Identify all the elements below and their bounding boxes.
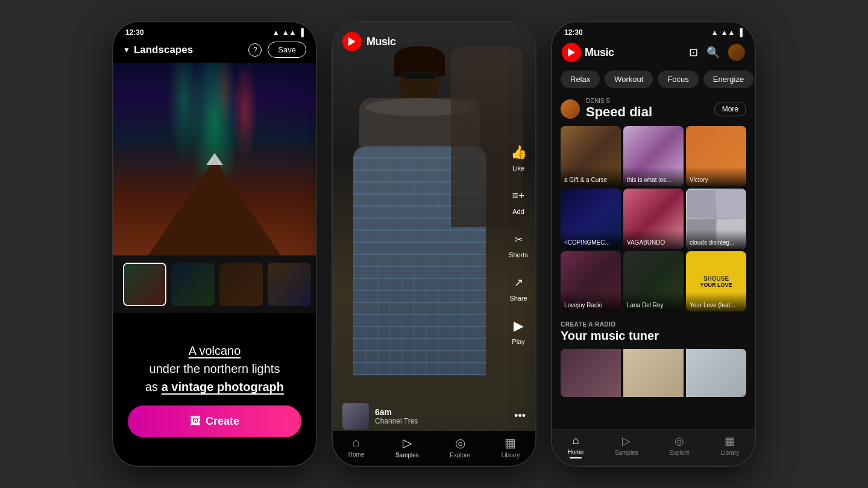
radio-thumb-1 bbox=[561, 349, 621, 397]
chip-focus[interactable]: Focus bbox=[658, 70, 698, 88]
add-action[interactable]: ≡+ Add bbox=[509, 186, 528, 215]
explore-icon: ◎ bbox=[455, 436, 465, 450]
sd-item-1[interactable]: a Gift & a Curse bbox=[561, 126, 621, 186]
create-label: Create bbox=[206, 415, 239, 428]
sd-item-4[interactable]: <COPINGMEC... bbox=[561, 189, 621, 249]
help-icon[interactable]: ? bbox=[248, 43, 262, 57]
thumbnail-2[interactable] bbox=[171, 263, 215, 306]
radio-thumb-3 bbox=[686, 349, 746, 397]
nav-explore-2[interactable]: ◎ Explore bbox=[450, 436, 470, 458]
prompt-line-1[interactable]: A volcano bbox=[189, 344, 241, 357]
video-player[interactable]: 👍 Like ≡+ Add ✂ Shorts ↗ Share bbox=[333, 22, 535, 466]
chip-relax[interactable]: Relax bbox=[561, 70, 600, 88]
home-icon-3: ⌂ bbox=[573, 434, 579, 447]
nav-explore-label-2: Explore bbox=[450, 452, 470, 458]
speed-dial-grid: a Gift & a Curse this is what los... Vic… bbox=[561, 126, 746, 311]
chevron-down-icon: ▼ bbox=[123, 46, 130, 54]
shorts-action[interactable]: ✂ Shorts bbox=[509, 230, 528, 258]
sd-label-2: this is what los... bbox=[623, 167, 684, 186]
sd-label-3: Victory bbox=[686, 167, 746, 186]
signal-icon: ▲▲ bbox=[282, 28, 297, 37]
play-icon: ▶ bbox=[509, 316, 528, 336]
user-avatar-3[interactable] bbox=[728, 44, 745, 61]
nav-library-3[interactable]: ▦ Library bbox=[721, 434, 740, 458]
image-create-icon: 🖼 bbox=[190, 415, 201, 428]
p2-bottom-nav: ⌂ Home ▷ Samples ◎ Explore ▦ Library bbox=[333, 431, 535, 466]
radio-thumbnails[interactable] bbox=[561, 349, 746, 397]
add-label: Add bbox=[512, 208, 524, 215]
track-title: 6am bbox=[375, 407, 418, 417]
chip-energize[interactable]: Energize bbox=[703, 70, 753, 88]
nav-samples-2[interactable]: ▷ Samples bbox=[395, 436, 419, 458]
video-actions: 👍 Like ≡+ Add ✂ Shorts ↗ Share bbox=[509, 143, 528, 345]
nav-home-3[interactable]: ⌂ Home bbox=[568, 434, 584, 458]
sd-label-7: Lovejoy Radio bbox=[561, 292, 621, 311]
sd-item-2[interactable]: this is what los... bbox=[623, 126, 684, 186]
battery-icon: ▐ bbox=[298, 28, 304, 37]
sd-item-5[interactable]: VAGABUNDO bbox=[623, 189, 684, 249]
prompt-line-2[interactable]: under the northern lights bbox=[149, 362, 280, 375]
prompt-as[interactable]: as bbox=[145, 380, 158, 393]
play-action[interactable]: ▶ Play bbox=[509, 316, 528, 345]
category-label: Landscapes bbox=[134, 44, 193, 56]
nav-home-2[interactable]: ⌂ Home bbox=[348, 436, 365, 458]
p3-scroll-area[interactable]: DENIS S Speed dial More a Gift & a Curse bbox=[552, 94, 755, 429]
section-title-speed-dial: Speed dial bbox=[586, 104, 708, 120]
track-text-block: 6am Channel Tres bbox=[375, 407, 418, 425]
radio-section-title: Your music tuner bbox=[561, 329, 746, 343]
create-button[interactable]: 🖼 Create bbox=[128, 405, 301, 437]
share-icon: ↗ bbox=[509, 273, 528, 292]
sd-label-6: clouds disinteg... bbox=[686, 230, 746, 249]
sd-item-9[interactable]: SHOUSE YOUR LOVE Your Love (feat... bbox=[686, 251, 746, 311]
p1-category-selector[interactable]: ▼ Landscapes bbox=[123, 44, 248, 56]
nav-home-label-2: Home bbox=[348, 451, 365, 458]
yt-music-icon-3 bbox=[562, 43, 581, 62]
thumbnail-3[interactable] bbox=[219, 263, 263, 306]
samples-icon-3: ▷ bbox=[622, 434, 631, 448]
yt-music-wordmark-3: Music bbox=[585, 46, 614, 59]
like-action[interactable]: 👍 Like bbox=[509, 143, 528, 172]
p3-bottom-nav: ⌂ Home ▷ Samples ◎ Explore ▦ Library bbox=[552, 429, 755, 466]
active-indicator bbox=[570, 457, 582, 458]
p3-header: Music ⊡ 🔍 bbox=[552, 39, 755, 67]
phone-1-ai-creator: 12:30 ▲ ▲▲ ▐ ▼ Landscapes ? Save bbox=[112, 21, 317, 467]
like-icon: 👍 bbox=[509, 143, 528, 162]
chip-workout[interactable]: Workout bbox=[605, 70, 653, 88]
search-icon[interactable]: 🔍 bbox=[706, 46, 720, 59]
thumbnail-strip bbox=[113, 255, 316, 313]
nav-home-label-3: Home bbox=[568, 449, 584, 455]
nav-explore-3[interactable]: ◎ Explore bbox=[669, 434, 690, 458]
status-time-3: 12:30 bbox=[564, 28, 583, 37]
signal-icon-3: ▲▲ bbox=[721, 28, 735, 37]
sd-item-6[interactable]: clouds disinteg... bbox=[686, 189, 746, 249]
save-button[interactable]: Save bbox=[268, 42, 306, 58]
ai-generated-image bbox=[113, 63, 316, 255]
share-label: Share bbox=[509, 295, 527, 302]
speed-dial-section: DENIS S Speed dial More a Gift & a Curse bbox=[552, 94, 755, 318]
explore-icon-3: ◎ bbox=[675, 434, 684, 448]
sd-item-7[interactable]: Lovejoy Radio bbox=[561, 251, 621, 311]
sd-item-8[interactable]: Lana Del Rey bbox=[623, 251, 684, 311]
add-icon: ≡+ bbox=[509, 186, 528, 205]
radio-section: CREATE A RADIO Your music tuner bbox=[552, 318, 755, 403]
p3-header-actions: ⊡ 🔍 bbox=[689, 44, 745, 61]
status-icons-1: ▲ ▲▲ ▐ bbox=[272, 28, 304, 37]
nav-library-label-2: Library bbox=[502, 452, 520, 458]
sd-label-1: a Gift & a Curse bbox=[561, 167, 621, 186]
share-action[interactable]: ↗ Share bbox=[509, 273, 528, 302]
more-button[interactable]: More bbox=[714, 102, 746, 116]
shorts-label: Shorts bbox=[509, 251, 528, 258]
prompt-line-4[interactable]: a vintage photograph bbox=[162, 380, 284, 393]
more-options-button[interactable]: ••• bbox=[514, 410, 526, 422]
thumbnail-4[interactable] bbox=[268, 263, 311, 306]
nav-samples-3[interactable]: ▷ Samples bbox=[615, 434, 638, 458]
sd-item-3[interactable]: Victory bbox=[686, 126, 746, 186]
status-icons-3: ▲ ▲▲ ▐ bbox=[711, 28, 743, 37]
thumbnail-1[interactable] bbox=[123, 263, 166, 306]
nav-library-2[interactable]: ▦ Library bbox=[502, 436, 520, 458]
cast-icon[interactable]: ⊡ bbox=[689, 46, 698, 59]
status-bar-1: 12:30 ▲ ▲▲ ▐ bbox=[113, 22, 316, 39]
track-thumbnail bbox=[342, 403, 369, 430]
user-name-label: DENIS S bbox=[586, 98, 708, 104]
nav-samples-label-2: Samples bbox=[395, 452, 419, 458]
